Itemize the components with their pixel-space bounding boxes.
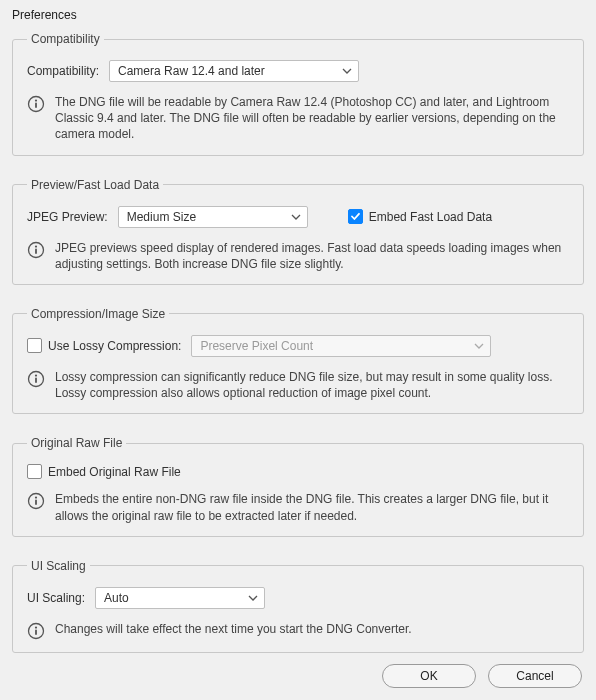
- svg-point-10: [35, 497, 37, 499]
- cancel-button[interactable]: Cancel: [488, 664, 582, 688]
- info-icon: [27, 241, 45, 259]
- use-lossy-compression-label: Use Lossy Compression:: [48, 339, 181, 353]
- dialog-content: Compatibility Compatibility: Camera Raw …: [12, 32, 584, 658]
- checkbox-icon: [27, 338, 42, 353]
- compatibility-info: The DNG file will be readable by Camera …: [55, 94, 569, 143]
- group-preview: Preview/Fast Load Data JPEG Preview: Med…: [12, 178, 584, 285]
- chevron-down-icon: [342, 68, 352, 74]
- group-original: Original Raw File Embed Original Raw Fil…: [12, 436, 584, 536]
- ui-scaling-label: UI Scaling:: [27, 591, 85, 605]
- group-ui-scaling: UI Scaling UI Scaling: Auto Changes will…: [12, 559, 584, 653]
- chevron-down-icon: [474, 343, 484, 349]
- chevron-down-icon: [291, 214, 301, 220]
- embed-fast-load-label: Embed Fast Load Data: [369, 210, 492, 224]
- dialog-title: Preferences: [12, 8, 584, 22]
- group-compression-legend: Compression/Image Size: [27, 307, 169, 321]
- checkbox-icon: [348, 209, 363, 224]
- embed-original-raw-label: Embed Original Raw File: [48, 465, 181, 479]
- svg-rect-8: [35, 378, 37, 383]
- svg-rect-2: [35, 103, 37, 108]
- embed-original-raw-checkbox[interactable]: Embed Original Raw File: [27, 464, 181, 479]
- info-icon: [27, 370, 45, 388]
- group-original-legend: Original Raw File: [27, 436, 126, 450]
- preferences-dialog: Preferences Compatibility Compatibility:…: [0, 0, 596, 700]
- lossy-mode-select-value: Preserve Pixel Count: [200, 339, 313, 353]
- lossy-mode-select: Preserve Pixel Count: [191, 335, 491, 357]
- jpeg-preview-select-value: Medium Size: [127, 210, 196, 224]
- ok-button[interactable]: OK: [382, 664, 476, 688]
- group-compatibility: Compatibility Compatibility: Camera Raw …: [12, 32, 584, 156]
- original-info: Embeds the entire non-DNG raw file insid…: [55, 491, 569, 523]
- info-icon: [27, 492, 45, 510]
- group-compression: Compression/Image Size Use Lossy Compres…: [12, 307, 584, 414]
- ui-scaling-select[interactable]: Auto: [95, 587, 265, 609]
- svg-point-1: [35, 100, 37, 102]
- svg-rect-11: [35, 500, 37, 505]
- group-preview-legend: Preview/Fast Load Data: [27, 178, 163, 192]
- svg-point-13: [35, 626, 37, 628]
- jpeg-preview-label: JPEG Preview:: [27, 210, 108, 224]
- button-bar: OK Cancel: [12, 664, 584, 688]
- jpeg-preview-select[interactable]: Medium Size: [118, 206, 308, 228]
- info-icon: [27, 622, 45, 640]
- ui-scaling-info: Changes will take effect the next time y…: [55, 621, 412, 637]
- svg-point-7: [35, 374, 37, 376]
- group-compatibility-legend: Compatibility: [27, 32, 104, 46]
- group-ui-scaling-legend: UI Scaling: [27, 559, 90, 573]
- compatibility-select[interactable]: Camera Raw 12.4 and later: [109, 60, 359, 82]
- compression-info: Lossy compression can significantly redu…: [55, 369, 569, 401]
- svg-rect-14: [35, 629, 37, 634]
- embed-fast-load-checkbox[interactable]: Embed Fast Load Data: [348, 209, 492, 224]
- ui-scaling-select-value: Auto: [104, 591, 129, 605]
- svg-point-4: [35, 245, 37, 247]
- checkbox-icon: [27, 464, 42, 479]
- info-icon: [27, 95, 45, 113]
- compatibility-label: Compatibility:: [27, 64, 99, 78]
- preview-info: JPEG previews speed display of rendered …: [55, 240, 569, 272]
- compatibility-select-value: Camera Raw 12.4 and later: [118, 64, 265, 78]
- chevron-down-icon: [248, 595, 258, 601]
- svg-rect-5: [35, 248, 37, 253]
- use-lossy-compression-checkbox[interactable]: Use Lossy Compression:: [27, 338, 181, 353]
